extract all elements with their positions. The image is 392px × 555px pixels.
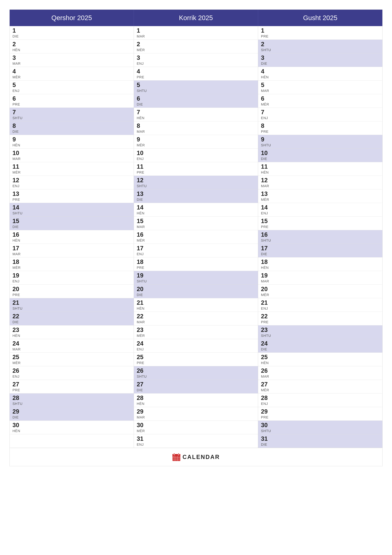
day-cell-m2-d15: 15PRE xyxy=(258,217,382,230)
day-label-m2-d24: DIE xyxy=(261,347,379,351)
day-num-m1-d11: 11 xyxy=(137,163,255,170)
day-cell-m0-d15: 15DIE xyxy=(10,217,134,230)
day-label-m2-d12: MAR xyxy=(261,184,379,188)
day-cell-m2-d10: 10DIE xyxy=(258,149,382,162)
day-num-m1-d23: 23 xyxy=(137,327,255,333)
day-num-m2-d31: 31 xyxy=(261,436,379,442)
day-cell-m1-d12: 12SHTU xyxy=(134,176,258,189)
month-col-2: 1PRE2SHTU3DIE4HËN5MAR6MËR7ENJ8PRE9SHTU10… xyxy=(258,26,382,448)
day-num-m0-d6: 6 xyxy=(13,95,131,102)
day-label-m0-d10: MAR xyxy=(13,157,131,161)
day-cell-m2-d31: 31DIE xyxy=(258,434,382,448)
day-label-m2-d2: SHTU xyxy=(261,48,379,52)
day-cell-m1-d18: 18PRE xyxy=(134,257,258,271)
day-cell-m0-d10: 10MAR xyxy=(10,149,134,162)
day-num-m1-d2: 2 xyxy=(137,41,255,48)
day-num-m2-d17: 17 xyxy=(261,245,379,252)
day-label-m0-d26: ENJ xyxy=(13,374,131,379)
day-label-m0-d28: SHTU xyxy=(13,402,131,406)
day-label-m1-d12: SHTU xyxy=(137,184,255,188)
day-cell-m2-d13: 13MËR xyxy=(258,189,382,203)
day-cell-m2-d8: 8PRE xyxy=(258,121,382,135)
day-num-m1-d14: 14 xyxy=(137,204,255,211)
day-label-m0-d11: MËR xyxy=(13,170,131,175)
day-label-m1-d18: PRE xyxy=(137,266,255,270)
day-num-m0-d12: 12 xyxy=(13,177,131,184)
day-label-m0-d6: PRE xyxy=(13,102,131,106)
day-label-m2-d31: DIE xyxy=(261,443,379,447)
day-label-m0-d2: HËN xyxy=(13,48,131,52)
day-label-m2-d1: PRE xyxy=(261,34,379,38)
day-cell-m1-d24: 24ENJ xyxy=(134,339,258,353)
day-cell-m0-d6: 6PRE xyxy=(10,94,134,108)
day-num-m0-d4: 4 xyxy=(13,68,131,75)
calendar-container: Qershor 2025 Korrik 2025 Gusht 2025 1DIE… xyxy=(9,9,383,466)
day-cell-m1-d27: 27DIE xyxy=(134,380,258,394)
day-num-m1-d24: 24 xyxy=(137,340,255,347)
svg-rect-2 xyxy=(174,453,175,455)
day-label-m0-d13: PRE xyxy=(13,197,131,202)
day-cell-m1-d4: 4PRE xyxy=(134,67,258,80)
day-label-m0-d16: HËN xyxy=(13,238,131,242)
day-cell-m1-d7: 7HËN xyxy=(134,108,258,121)
day-num-m0-d8: 8 xyxy=(13,123,131,129)
day-num-m0-d20: 20 xyxy=(13,286,131,292)
day-cell-m1-d25: 25PRE xyxy=(134,353,258,366)
day-num-m1-d7: 7 xyxy=(137,109,255,116)
day-num-m1-d1: 1 xyxy=(137,27,255,34)
month-header-august: Gusht 2025 xyxy=(258,10,382,26)
day-num-m1-d29: 29 xyxy=(137,408,255,415)
days-grid: 1DIE2HËN3MAR4MËR5ENJ6PRE7SHTU8DIE9HËN10M… xyxy=(10,26,382,448)
day-label-m1-d13: DIE xyxy=(137,197,255,202)
day-num-m0-d22: 22 xyxy=(13,313,131,320)
day-cell-m1-d30: 30MËR xyxy=(134,421,258,434)
day-label-m2-d15: PRE xyxy=(261,225,379,229)
day-cell-m1-d17: 17ENJ xyxy=(134,244,258,257)
day-cell-m0-d20: 20PRE xyxy=(10,285,134,298)
day-num-m0-d26: 26 xyxy=(13,367,131,374)
day-label-m2-d14: ENJ xyxy=(261,211,379,215)
day-num-m1-d17: 17 xyxy=(137,245,255,252)
day-cell-m1-d3: 3ENJ xyxy=(134,53,258,67)
day-label-m1-d7: HËN xyxy=(137,116,255,120)
day-cell-m1-d19: 19SHTU xyxy=(134,271,258,285)
day-label-m0-d19: ENJ xyxy=(13,279,131,283)
month-col-0: 1DIE2HËN3MAR4MËR5ENJ6PRE7SHTU8DIE9HËN10M… xyxy=(10,26,134,448)
day-cell-m2-d9: 9SHTU xyxy=(258,135,382,149)
day-num-m1-d5: 5 xyxy=(137,82,255,88)
day-label-m0-d5: ENJ xyxy=(13,89,131,93)
day-num-m2-d5: 5 xyxy=(261,82,379,88)
day-label-m1-d17: ENJ xyxy=(137,252,255,256)
day-cell-m2-d22: 22PRE xyxy=(258,312,382,325)
day-num-m2-d28: 28 xyxy=(261,395,379,401)
day-cell-m0-d25: 25MËR xyxy=(10,353,134,366)
footer-logo: 7 CALENDAR xyxy=(134,448,258,466)
day-label-m1-d11: PRE xyxy=(137,170,255,175)
day-cell-m1-d20: 20DIE xyxy=(134,285,258,298)
day-label-m2-d3: DIE xyxy=(261,62,379,66)
day-num-m2-d12: 12 xyxy=(261,177,379,184)
day-num-m2-d2: 2 xyxy=(261,41,379,48)
empty-cell-m0-d31 xyxy=(10,434,134,448)
day-label-m0-d15: DIE xyxy=(13,225,131,229)
day-num-m2-d22: 22 xyxy=(261,313,379,320)
header-row: Qershor 2025 Korrik 2025 Gusht 2025 xyxy=(10,10,382,26)
day-cell-m0-d22: 22DIE xyxy=(10,312,134,325)
day-num-m1-d18: 18 xyxy=(137,259,255,265)
day-cell-m2-d16: 16SHTU xyxy=(258,230,382,244)
day-cell-m0-d21: 21SHTU xyxy=(10,298,134,312)
day-cell-m2-d7: 7ENJ xyxy=(258,108,382,121)
day-num-m2-d19: 19 xyxy=(261,272,379,279)
day-cell-m1-d15: 15MAR xyxy=(134,217,258,230)
day-label-m0-d4: MËR xyxy=(13,75,131,79)
day-cell-m0-d28: 28SHTU xyxy=(10,394,134,407)
day-num-m2-d23: 23 xyxy=(261,327,379,333)
day-label-m2-d30: SHTU xyxy=(261,429,379,433)
day-cell-m0-d27: 27PRE xyxy=(10,380,134,394)
day-label-m1-d24: ENJ xyxy=(137,347,255,351)
day-cell-m0-d1: 1DIE xyxy=(10,26,134,40)
day-num-m2-d11: 11 xyxy=(261,163,379,170)
day-label-m2-d26: MAR xyxy=(261,374,379,379)
day-label-m0-d18: MËR xyxy=(13,266,131,270)
day-num-m0-d25: 25 xyxy=(13,354,131,361)
